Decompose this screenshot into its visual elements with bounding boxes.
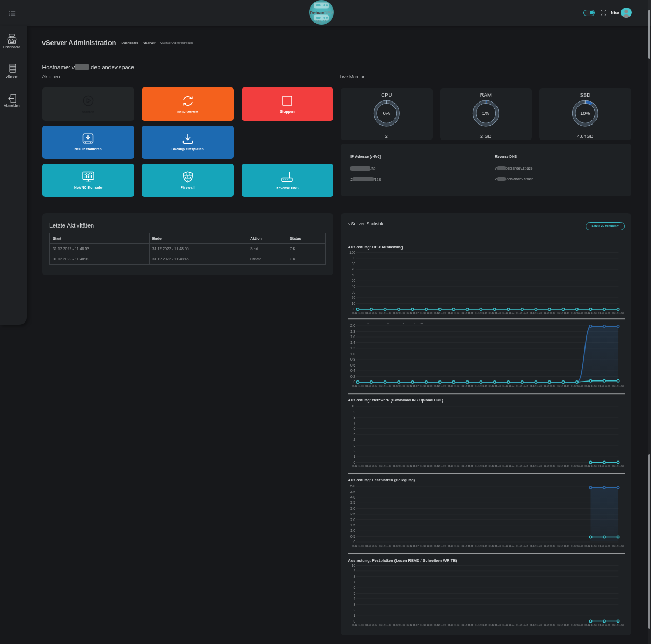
svg-text:4: 4	[353, 438, 355, 442]
svg-text:31.12 11:44: 31.12 11:44	[502, 624, 515, 626]
svg-text:31.12 11:40: 31.12 11:40	[448, 624, 460, 626]
svg-text:70: 70	[352, 267, 356, 271]
svg-text:31.12 11:50: 31.12 11:50	[584, 465, 597, 467]
svg-text:2: 2	[353, 608, 355, 612]
svg-text:31.12 11:49: 31.12 11:49	[571, 312, 583, 314]
svg-text:31.12 11:34: 31.12 11:34	[365, 385, 378, 387]
svg-text:1.6: 1.6	[350, 335, 355, 339]
svg-text:31.12 11:48: 31.12 11:48	[557, 465, 569, 467]
svg-text:8: 8	[353, 415, 355, 419]
svg-text:80: 80	[352, 262, 356, 266]
svg-text:31.12 11:38: 31.12 11:38	[420, 385, 433, 387]
svg-text:31.12 11:44: 31.12 11:44	[502, 465, 515, 467]
svg-text:7: 7	[353, 580, 355, 584]
svg-text:31.12 11:52: 31.12 11:52	[612, 624, 624, 626]
svg-text:0: 0	[353, 460, 355, 464]
svg-text:Auslastung: CPU Auslastung: Auslastung: CPU Auslastung	[348, 245, 403, 250]
svg-text:3.5: 3.5	[350, 501, 355, 504]
svg-text:5: 5	[353, 591, 355, 595]
svg-text:10: 10	[352, 564, 356, 567]
svg-text:31.12 11:49: 31.12 11:49	[571, 624, 583, 626]
svg-text:31.12 11:52: 31.12 11:52	[612, 385, 624, 387]
svg-text:31.12 11:46: 31.12 11:46	[530, 465, 542, 467]
svg-text:31.12 11:42: 31.12 11:42	[475, 545, 487, 547]
svg-text:31.12 11:37: 31.12 11:37	[406, 545, 419, 547]
svg-text:31.12 11:51: 31.12 11:51	[598, 385, 611, 387]
svg-text:31.12 11:36: 31.12 11:36	[393, 624, 405, 626]
svg-text:4: 4	[353, 597, 355, 601]
svg-text:1: 1	[353, 455, 355, 458]
svg-text:31.12 11:36: 31.12 11:36	[393, 465, 405, 467]
svg-text:0.5: 0.5	[350, 535, 355, 538]
svg-text:10: 10	[352, 302, 356, 305]
svg-text:31.12 11:42: 31.12 11:42	[475, 624, 487, 626]
svg-text:31.12 11:48: 31.12 11:48	[557, 624, 569, 626]
svg-text:31.12 11:51: 31.12 11:51	[598, 624, 611, 626]
svg-text:4.0: 4.0	[350, 495, 355, 499]
svg-text:31.12 11:39: 31.12 11:39	[434, 465, 446, 467]
svg-text:31.12 11:43: 31.12 11:43	[489, 465, 501, 467]
svg-text:31.12 11:37: 31.12 11:37	[406, 465, 419, 467]
svg-text:31.12 11:39: 31.12 11:39	[434, 385, 446, 387]
svg-text:31.12 11:50: 31.12 11:50	[584, 624, 597, 626]
svg-text:31.12 11:49: 31.12 11:49	[571, 465, 583, 467]
svg-text:30: 30	[352, 290, 356, 294]
svg-text:0.2: 0.2	[350, 375, 355, 378]
svg-text:50: 50	[352, 279, 356, 282]
svg-text:0.8: 0.8	[350, 357, 355, 361]
svg-text:31.12 11:50: 31.12 11:50	[584, 385, 597, 387]
svg-text:1.0: 1.0	[350, 352, 355, 356]
svg-text:31.12 11:45: 31.12 11:45	[516, 624, 529, 626]
svg-text:31.12 11:33: 31.12 11:33	[352, 465, 364, 467]
svg-text:31.12 11:42: 31.12 11:42	[475, 385, 487, 387]
svg-text:31.12 11:44: 31.12 11:44	[502, 312, 515, 314]
svg-text:31.12 11:35: 31.12 11:35	[379, 312, 391, 314]
svg-text:9: 9	[353, 410, 355, 414]
svg-text:31.12 11:46: 31.12 11:46	[530, 312, 542, 314]
svg-text:31.12 11:42: 31.12 11:42	[475, 312, 487, 314]
svg-text:31.12 11:44: 31.12 11:44	[502, 385, 515, 387]
svg-text:3.0: 3.0	[350, 507, 355, 510]
svg-text:Auslastung: Netzwerk (Download: Auslastung: Netzwerk (Download IN / Uplo…	[348, 398, 444, 402]
svg-text:31.12 11:38: 31.12 11:38	[420, 545, 433, 547]
svg-text:31.12 11:46: 31.12 11:46	[530, 545, 542, 547]
svg-text:1.4: 1.4	[350, 341, 355, 345]
svg-text:1.2: 1.2	[350, 346, 355, 350]
svg-text:4.5: 4.5	[350, 490, 355, 494]
svg-text:0: 0	[353, 307, 355, 311]
svg-text:31.12 11:42: 31.12 11:42	[475, 465, 487, 467]
svg-text:31.12 11:48: 31.12 11:48	[557, 545, 569, 547]
svg-text:31.12 11:41: 31.12 11:41	[462, 465, 474, 467]
svg-text:31.12 11:48: 31.12 11:48	[557, 312, 569, 314]
svg-text:31.12 11:37: 31.12 11:37	[406, 385, 419, 387]
svg-text:2.0: 2.0	[350, 324, 355, 327]
svg-text:1.5: 1.5	[350, 523, 355, 527]
svg-text:31.12 11:43: 31.12 11:43	[489, 385, 501, 387]
svg-text:31.12 11:51: 31.12 11:51	[598, 545, 611, 547]
svg-text:5.0: 5.0	[350, 484, 355, 488]
svg-text:31.12 11:39: 31.12 11:39	[434, 545, 446, 547]
svg-text:6: 6	[353, 586, 355, 589]
svg-text:31.12 11:43: 31.12 11:43	[489, 312, 501, 314]
svg-text:31.12 11:35: 31.12 11:35	[379, 545, 391, 547]
svg-text:31.12 11:48: 31.12 11:48	[557, 385, 569, 387]
svg-text:100: 100	[349, 251, 355, 254]
svg-text:31.12 11:35: 31.12 11:35	[379, 385, 391, 387]
svg-text:31.12 11:38: 31.12 11:38	[420, 312, 433, 314]
svg-text:3: 3	[353, 443, 355, 447]
svg-text:31.12 11:47: 31.12 11:47	[544, 312, 556, 314]
svg-text:0: 0	[353, 619, 355, 623]
svg-text:31.12 11:45: 31.12 11:45	[516, 385, 529, 387]
svg-text:31.12 11:33: 31.12 11:33	[352, 545, 364, 547]
svg-text:31.12 11:46: 31.12 11:46	[530, 385, 542, 387]
svg-text:31.12 11:33: 31.12 11:33	[352, 312, 364, 314]
svg-text:60: 60	[352, 273, 356, 277]
svg-text:31.12 11:41: 31.12 11:41	[462, 312, 474, 314]
svg-text:31.12 11:41: 31.12 11:41	[462, 545, 474, 547]
svg-text:0.6: 0.6	[350, 363, 355, 367]
svg-text:31.12 11:40: 31.12 11:40	[448, 545, 460, 547]
svg-text:31.12 11:40: 31.12 11:40	[448, 312, 460, 314]
svg-text:31.12 11:45: 31.12 11:45	[516, 465, 529, 467]
svg-text:31.12 11:43: 31.12 11:43	[489, 545, 501, 547]
svg-text:31.12 11:34: 31.12 11:34	[365, 312, 378, 314]
